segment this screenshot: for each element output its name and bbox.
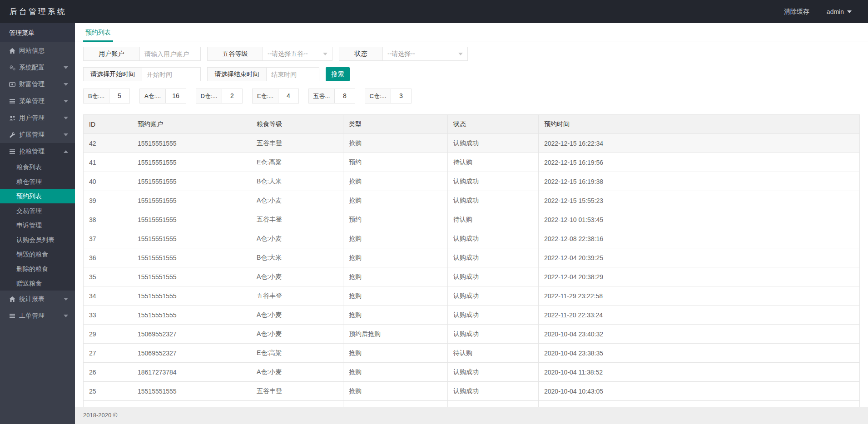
filter-label-status: 状态: [339, 47, 383, 60]
table-cell: 26: [84, 363, 132, 382]
sidebar-subitem-赠送粮食[interactable]: 赠送粮食: [0, 276, 75, 291]
sidebar-item-抢粮管理[interactable]: 抢粮管理: [0, 143, 75, 160]
status-selected-value: --请选择--: [383, 50, 415, 58]
table-cell: 2022-11-20 22:33:24: [539, 306, 860, 325]
stat-label: D仓:...: [196, 89, 222, 103]
table-cell: 41: [84, 153, 132, 172]
table-row: 3415515551555五谷丰登抢购认购成功2022-11-29 23:22:…: [84, 286, 860, 306]
table-cell: 认购成功: [448, 229, 539, 248]
table-cell: 认购成功: [448, 267, 539, 286]
table-cell: 2022-12-08 22:38:16: [539, 229, 860, 248]
table-row: 2515515551555五谷丰登抢购认购成功2020-10-04 10:43:…: [84, 382, 860, 401]
user-menu-button[interactable]: admin: [827, 8, 852, 15]
sidebar-subitem-认购会员列表[interactable]: 认购会员列表: [0, 232, 75, 247]
end-time-input[interactable]: [267, 68, 319, 81]
stat-box: D仓:...2: [196, 89, 243, 104]
chevron-down-icon: [64, 298, 68, 301]
column-header: 粮食等级: [251, 115, 343, 134]
user-name-label: admin: [827, 8, 844, 15]
tab-reservation-list[interactable]: 预约列表: [83, 23, 113, 41]
filter-end-time: 请选择结束时间: [207, 67, 319, 81]
table-cell: 15515551555: [132, 229, 251, 248]
sidebar-subitem-删除的粮食[interactable]: 删除的粮食: [0, 261, 75, 276]
table-row: 4015515551555B仓:大米抢购认购成功2022-12-15 16:19…: [84, 172, 860, 191]
sidebar-item-统计报表[interactable]: 统计报表: [0, 291, 75, 307]
table-cell: E仓:高粱: [251, 344, 343, 363]
table-cell: 预约后抢购: [343, 325, 448, 344]
clear-cache-label: 清除缓存: [784, 8, 809, 16]
table-cell: 预约: [343, 210, 448, 229]
filter-area: 用户账户五谷等级--请选择五谷--状态--请选择-- 请选择开始时间请选择结束时…: [75, 41, 868, 88]
users-icon: [9, 115, 17, 121]
sidebar-item-label: 用户管理: [19, 109, 45, 126]
sidebar-item-label: 系统配置: [19, 59, 45, 76]
column-header: 预约时间: [539, 115, 860, 134]
chevron-down-icon: [847, 10, 852, 13]
sidebar-item-工单管理[interactable]: 工单管理: [0, 307, 75, 324]
table-cell: 2020-10-04 11:38:52: [539, 363, 860, 382]
chevron-down-icon: [64, 315, 68, 317]
table-cell: 2020-10-04 10:43:05: [539, 382, 860, 401]
sidebar-item-系统配置[interactable]: 系统配置: [0, 59, 75, 76]
records-table: ID预约账户粮食等级类型状态预约时间 4215515551555五谷丰登抢购认购…: [83, 114, 860, 407]
table-cell: 15069552327: [132, 325, 251, 344]
table-cell: 15069552327: [132, 344, 251, 363]
sidebar-item-网站信息[interactable]: 网站信息: [0, 42, 75, 59]
table-cell: [343, 401, 448, 407]
table-cell: 2022-12-15 16:19:56: [539, 153, 860, 172]
list-icon: [9, 313, 17, 319]
header-actions: 清除缓存 admin: [784, 8, 868, 16]
sidebar-item-扩展管理[interactable]: 扩展管理: [0, 126, 75, 143]
sidebar-subitem-粮食列表[interactable]: 粮食列表: [0, 160, 75, 174]
status-select[interactable]: --请选择--: [383, 47, 467, 60]
start-time-input[interactable]: [142, 68, 200, 81]
sidebar-item-用户管理[interactable]: 用户管理: [0, 109, 75, 126]
table-cell: 认购成功: [448, 306, 539, 325]
table-cell: 认购成功: [448, 382, 539, 401]
cogs-icon: [9, 64, 17, 71]
table-cell: 2022-12-10 01:53:45: [539, 210, 860, 229]
table-cell: E仓:高粱: [251, 153, 343, 172]
table-cell: [539, 401, 860, 407]
sidebar-item-菜单管理[interactable]: 菜单管理: [0, 93, 75, 109]
sidebar-item-财富管理[interactable]: 财富管理: [0, 76, 75, 93]
sidebar-subitem-预约列表[interactable]: 预约列表: [0, 189, 75, 203]
stat-box: 五谷...8: [308, 89, 355, 104]
sidebar-subitem-粮仓管理[interactable]: 粮仓管理: [0, 174, 75, 189]
sidebar-item-label: 财富管理: [19, 76, 45, 93]
grain-level-select[interactable]: --请选择五谷--: [263, 47, 332, 60]
list-icon: [9, 148, 17, 155]
chevron-down-icon: [64, 66, 68, 69]
column-header: ID: [84, 115, 132, 134]
sidebar-item-label: 菜单管理: [19, 93, 45, 109]
table-cell: 34: [84, 286, 132, 306]
table-cell: 认购成功: [448, 172, 539, 191]
table-cell: 25: [84, 382, 132, 401]
table-cell: 2020-10-04 23:40:32: [539, 325, 860, 344]
stat-box: E仓:...4: [252, 89, 299, 104]
stat-value: 3: [391, 89, 411, 103]
app-header: 后台管理系统 清除缓存 admin: [0, 0, 868, 23]
table-cell: 抢购: [343, 172, 448, 191]
user-account-input[interactable]: [140, 47, 200, 60]
table-cell: 抢购: [343, 382, 448, 401]
filter-grain-level: 五谷等级--请选择五谷--: [207, 47, 332, 61]
table-cell: 抢购: [343, 229, 448, 248]
sidebar-submenu: 粮食列表粮仓管理预约列表交易管理申诉管理认购会员列表销毁的粮食删除的粮食赠送粮食: [0, 160, 75, 291]
sidebar-subitem-交易管理[interactable]: 交易管理: [0, 203, 75, 218]
table-cell: A仓:小麦: [251, 267, 343, 286]
stat-box: B仓:...5: [83, 89, 130, 104]
filter-label-user-account: 用户账户: [84, 47, 140, 60]
table-cell: 待认购: [448, 210, 539, 229]
stat-value: 8: [335, 89, 355, 103]
app-title: 后台管理系统: [0, 6, 67, 17]
sidebar-subitem-申诉管理[interactable]: 申诉管理: [0, 218, 75, 232]
search-button[interactable]: 搜索: [326, 67, 350, 81]
clear-cache-button[interactable]: 清除缓存: [784, 8, 809, 16]
sidebar-subitem-销毁的粮食[interactable]: 销毁的粮食: [0, 247, 75, 261]
home-icon: [9, 296, 17, 302]
table-cell: [251, 401, 343, 407]
filter-field: [267, 68, 319, 81]
table-cell: 37: [84, 229, 132, 248]
filter-user-account: 用户账户: [83, 47, 201, 61]
